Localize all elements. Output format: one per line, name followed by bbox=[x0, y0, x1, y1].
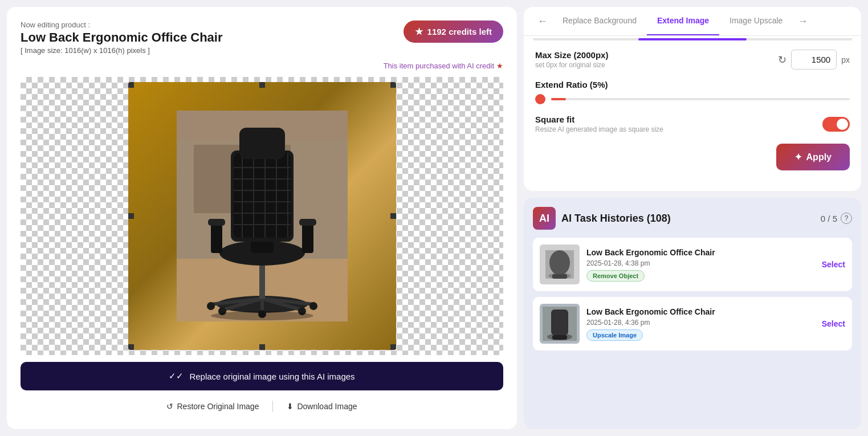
handle-mid-left[interactable] bbox=[128, 213, 134, 219]
history-item-name-1: Low Back Ergonomic Office Chair bbox=[586, 247, 815, 258]
toggle-knob bbox=[837, 119, 848, 130]
tab-image-upscale[interactable]: Image Upscale bbox=[719, 7, 793, 35]
canvas-area bbox=[21, 77, 503, 355]
header-row: Now editing product : Low Back Ergonomic… bbox=[21, 21, 503, 55]
ai-credit-note: This item purchased with AI credit ★ bbox=[21, 62, 503, 70]
handle-bottom-right[interactable] bbox=[390, 344, 396, 350]
image-size: [ Image size: 1016(w) x 1016(h) pixels ] bbox=[21, 46, 223, 55]
history-thumb-1 bbox=[540, 245, 580, 284]
svg-point-43 bbox=[549, 250, 570, 275]
history-item-2: Low Back Ergonomic Office Chair 2025-01-… bbox=[533, 297, 852, 351]
svg-point-14 bbox=[207, 302, 215, 310]
restore-icon: ↺ bbox=[166, 402, 173, 411]
help-icon[interactable]: ? bbox=[841, 213, 852, 224]
product-info: Now editing product : Low Back Ergonomic… bbox=[21, 21, 223, 55]
replace-label: Replace original image using this AI ima… bbox=[189, 372, 354, 381]
refresh-button[interactable]: ↻ bbox=[778, 54, 787, 66]
apply-icon: ✦ bbox=[794, 152, 802, 162]
settings-card: ← Replace Background Extend Image Image … bbox=[524, 7, 861, 191]
history-thumb-2 bbox=[540, 304, 580, 344]
tab-bar bbox=[533, 38, 852, 40]
square-fit-toggle[interactable] bbox=[822, 117, 850, 132]
star-small-icon: ★ bbox=[496, 62, 503, 70]
svg-rect-19 bbox=[211, 222, 222, 253]
handle-bottom-left[interactable] bbox=[128, 344, 134, 350]
apply-row: ✦ Apply bbox=[535, 144, 850, 170]
history-count-info: 0 / 5 ? bbox=[821, 213, 852, 224]
bottom-actions: ↺ Restore Original Image ⬇ Download Imag… bbox=[21, 397, 503, 415]
replace-icon: ✓✓ bbox=[169, 371, 184, 381]
history-items: Low Back Ergonomic Office Chair 2025-01-… bbox=[533, 238, 852, 351]
history-item-name-2: Low Back Ergonomic Office Chair bbox=[586, 307, 815, 317]
history-item-date-1: 2025-01-28, 4:38 pm bbox=[586, 259, 815, 267]
tabs-row: ← Replace Background Extend Image Image … bbox=[524, 7, 861, 36]
replace-button[interactable]: ✓✓ Replace original image using this AI … bbox=[21, 362, 503, 390]
svg-rect-44 bbox=[552, 274, 567, 279]
handle-bottom-mid[interactable] bbox=[259, 344, 265, 350]
history-select-1[interactable]: Select bbox=[822, 260, 845, 269]
history-item-info-1: Low Back Ergonomic Office Chair 2025-01-… bbox=[586, 247, 815, 282]
tab-bar-container bbox=[524, 38, 861, 40]
slider-track[interactable] bbox=[551, 98, 850, 100]
handle-top-mid[interactable] bbox=[259, 82, 265, 88]
slider-fill bbox=[551, 98, 566, 100]
svg-rect-50 bbox=[552, 335, 567, 340]
history-item-badge-1: Remove Object bbox=[586, 270, 645, 282]
history-item-badge-2: Upscale Image bbox=[586, 329, 643, 341]
tab-next-button[interactable]: → bbox=[793, 11, 812, 32]
canvas-image bbox=[128, 82, 396, 350]
square-fit-row: Square fit Resize AI generated image as … bbox=[535, 115, 850, 133]
svg-rect-20 bbox=[302, 222, 313, 253]
product-title: Low Back Ergonomic Office Chair bbox=[21, 30, 223, 45]
px-unit: px bbox=[841, 55, 850, 64]
max-size-label-group: Max Size (2000px) set 0px for original s… bbox=[535, 50, 608, 69]
max-size-input[interactable] bbox=[791, 50, 837, 70]
ai-credit-text: This item purchased with AI credit bbox=[384, 62, 494, 70]
tab-prev-button[interactable]: ← bbox=[533, 11, 552, 32]
slider-row bbox=[535, 94, 850, 104]
px-input-row: ↻ px bbox=[778, 50, 850, 70]
square-fit-sublabel: Resize AI generated image as square size bbox=[535, 125, 663, 133]
history-count: 0 / 5 bbox=[821, 214, 837, 223]
svg-rect-37 bbox=[239, 128, 285, 159]
square-fit-label: Square fit bbox=[535, 115, 663, 124]
svg-point-38 bbox=[211, 311, 313, 320]
settings-area: Max Size (2000px) set 0px for original s… bbox=[524, 40, 861, 180]
apply-label: Apply bbox=[806, 152, 832, 162]
tab-extend-image[interactable]: Extend Image bbox=[647, 7, 719, 35]
history-item-info-2: Low Back Ergonomic Office Chair 2025-01-… bbox=[586, 307, 815, 341]
ai-cube-icon: AI bbox=[533, 207, 556, 230]
restore-button[interactable]: ↺ Restore Original Image bbox=[153, 397, 272, 415]
history-title: AI Task Histories (108) bbox=[561, 213, 671, 225]
tab-replace-background[interactable]: Replace Background bbox=[552, 7, 647, 35]
chair-container bbox=[128, 82, 396, 350]
history-select-2[interactable]: Select bbox=[822, 319, 845, 328]
extend-ratio-label: Extend Ratio (5%) bbox=[535, 80, 850, 89]
history-title-row: AI AI Task Histories (108) bbox=[533, 207, 671, 230]
editing-label: Now editing product : bbox=[21, 21, 223, 29]
svg-rect-22 bbox=[299, 219, 316, 226]
credits-button[interactable]: ★ 1192 credits left bbox=[404, 21, 503, 43]
svg-rect-21 bbox=[208, 219, 225, 226]
slider-dot bbox=[535, 94, 545, 104]
history-card: AI AI Task Histories (108) 0 / 5 ? bbox=[524, 198, 861, 429]
right-panel: ← Replace Background Extend Image Image … bbox=[524, 0, 868, 436]
handle-mid-right[interactable] bbox=[390, 213, 396, 219]
max-size-row: Max Size (2000px) set 0px for original s… bbox=[535, 50, 850, 70]
svg-rect-49 bbox=[551, 309, 568, 335]
handle-top-left[interactable] bbox=[128, 82, 134, 88]
max-size-sublabel: set 0px for original size bbox=[535, 61, 608, 69]
extend-ratio-row: Extend Ratio (5%) bbox=[535, 80, 850, 104]
restore-label: Restore Original Image bbox=[177, 402, 259, 411]
history-item: Low Back Ergonomic Office Chair 2025-01-… bbox=[533, 238, 852, 291]
max-size-label: Max Size (2000px) bbox=[535, 50, 608, 60]
chair-svg bbox=[177, 111, 348, 321]
download-label: Download Image bbox=[297, 402, 357, 411]
apply-button[interactable]: ✦ Apply bbox=[776, 144, 850, 170]
history-item-date-2: 2025-01-28, 4:36 pm bbox=[586, 319, 815, 327]
download-button[interactable]: ⬇ Download Image bbox=[273, 397, 370, 415]
handle-top-right[interactable] bbox=[390, 82, 396, 88]
tab-bar-fill bbox=[638, 38, 747, 40]
square-fit-label-group: Square fit Resize AI generated image as … bbox=[535, 115, 663, 133]
left-panel: Now editing product : Low Back Ergonomic… bbox=[7, 7, 517, 429]
